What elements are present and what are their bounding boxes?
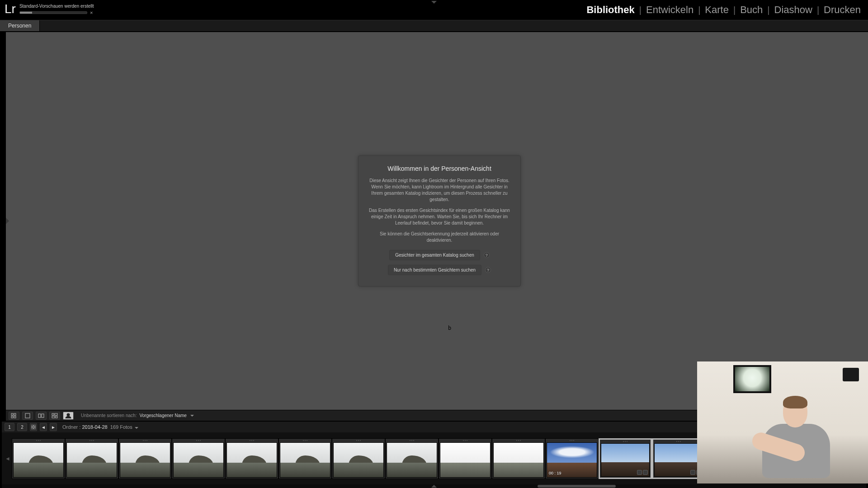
svg-point-11 [67, 413, 70, 416]
svg-rect-8 [55, 413, 57, 415]
photo-count: 169 Fotos [110, 424, 132, 430]
second-monitor-1-button[interactable]: 1 [5, 423, 14, 431]
svg-rect-10 [56, 416, 57, 418]
svg-rect-6 [42, 414, 44, 418]
help-icon[interactable]: ? [484, 252, 490, 258]
filmstrip-thumb[interactable] [65, 438, 118, 479]
svg-rect-15 [34, 427, 36, 429]
people-welcome-panel: Willkommen in der Personen-Ansicht Diese… [358, 155, 521, 286]
filmstrip-thumb[interactable] [118, 438, 172, 479]
survey-view-button[interactable] [49, 412, 60, 420]
webcam-overlay [697, 361, 868, 483]
filmstrip-thumb[interactable] [278, 438, 332, 479]
module-entwickeln[interactable]: Entwickeln [646, 4, 693, 16]
progress-bar [19, 11, 87, 14]
welcome-paragraph-1: Diese Ansicht zeigt Ihnen die Gesichter … [368, 178, 510, 203]
svg-rect-13 [34, 425, 36, 427]
module-drucken[interactable]: Drucken [824, 4, 861, 16]
grid-view-button[interactable] [9, 412, 19, 420]
filmstrip-thumb[interactable] [12, 438, 65, 479]
thumb-badge [690, 470, 695, 475]
progress-block: Standard-Vorschauen werden erstellt × [19, 4, 94, 15]
nav-back-button[interactable]: ◄ [40, 423, 47, 431]
module-bibliothek[interactable]: Bibliothek [586, 4, 634, 16]
text-cursor: b [448, 325, 451, 331]
chevron-down-icon[interactable] [190, 415, 194, 417]
svg-rect-14 [31, 427, 33, 429]
app-logo: Lr [5, 3, 16, 15]
chevron-down-icon[interactable] [135, 427, 138, 429]
compare-view-button[interactable] [36, 412, 47, 420]
filmstrip-thumb[interactable] [492, 438, 545, 479]
filmstrip-source-path[interactable]: Ordner : 2018-04-28 169 Fotos [62, 424, 138, 430]
welcome-paragraph-3: Sie können die Gesichtserkennung jederze… [368, 231, 510, 244]
svg-rect-12 [31, 425, 33, 427]
sort-label: Unbenannte sortieren nach: [81, 413, 137, 418]
filmstrip-thumb[interactable] [332, 438, 385, 479]
filmstrip-thumb[interactable] [385, 438, 439, 479]
loupe-view-button[interactable] [22, 412, 33, 420]
top-bar: Lr Standard-Vorschauen werden erstellt ×… [0, 0, 868, 20]
second-monitor-2-button[interactable]: 2 [17, 423, 27, 431]
module-karte[interactable]: Karte [705, 4, 729, 16]
svg-rect-7 [52, 413, 54, 415]
svg-rect-3 [14, 416, 16, 418]
help-icon[interactable]: ? [485, 267, 491, 273]
panel-grip-bottom[interactable] [431, 485, 437, 488]
grid-toggle-button[interactable] [30, 423, 37, 431]
progress-close-button[interactable]: × [90, 10, 93, 15]
path-folder: 2018-04-28 [82, 424, 107, 430]
svg-rect-1 [14, 413, 16, 415]
welcome-title: Willkommen in der Personen-Ansicht [368, 165, 510, 172]
filmstrip-scroll-left[interactable]: ◄ [5, 432, 10, 484]
find-faces-full-catalog-button[interactable]: Gesichter im gesamten Katalog suchen [389, 250, 480, 260]
people-view-button[interactable] [63, 412, 74, 420]
nav-forward-button[interactable]: ► [50, 423, 57, 431]
module-picker: Bibliothek| Entwickeln| Karte| Buch| Dia… [579, 0, 868, 20]
main-canvas: Willkommen in der Personen-Ansicht Diese… [5, 32, 868, 410]
filmstrip-thumb[interactable] [225, 438, 278, 479]
thumb-badge [643, 470, 648, 475]
module-buch[interactable]: Buch [740, 4, 763, 16]
thumb-badge [637, 470, 642, 475]
filmstrip-thumb[interactable]: 00 : 19 [545, 438, 599, 479]
svg-rect-9 [52, 416, 55, 418]
view-tabs: Personen [0, 20, 868, 32]
find-faces-selected-button[interactable]: Nur nach bestimmten Gesichtern suchen [388, 265, 481, 275]
path-prefix: Ordner : [62, 424, 82, 430]
filmstrip-thumb[interactable] [439, 438, 492, 479]
sort-value[interactable]: Vorgeschlagener Name [139, 413, 187, 418]
left-panel-toggle[interactable] [6, 218, 9, 224]
tab-personen[interactable]: Personen [0, 20, 40, 31]
video-duration: 00 : 19 [549, 471, 561, 475]
module-diashow[interactable]: Diashow [774, 4, 812, 16]
welcome-paragraph-2: Das Erstellen des ersten Gesichtsindex f… [368, 207, 510, 226]
svg-rect-5 [38, 414, 41, 418]
filmstrip-thumb[interactable] [599, 438, 652, 479]
progress-label: Standard-Vorschauen werden erstellt [19, 4, 94, 9]
panel-grip-top[interactable] [431, 1, 437, 4]
filmstrip-thumb[interactable] [172, 438, 225, 479]
svg-rect-4 [25, 413, 30, 418]
svg-rect-2 [11, 416, 13, 418]
scrollbar-thumb[interactable] [538, 485, 615, 488]
svg-rect-0 [11, 413, 13, 415]
